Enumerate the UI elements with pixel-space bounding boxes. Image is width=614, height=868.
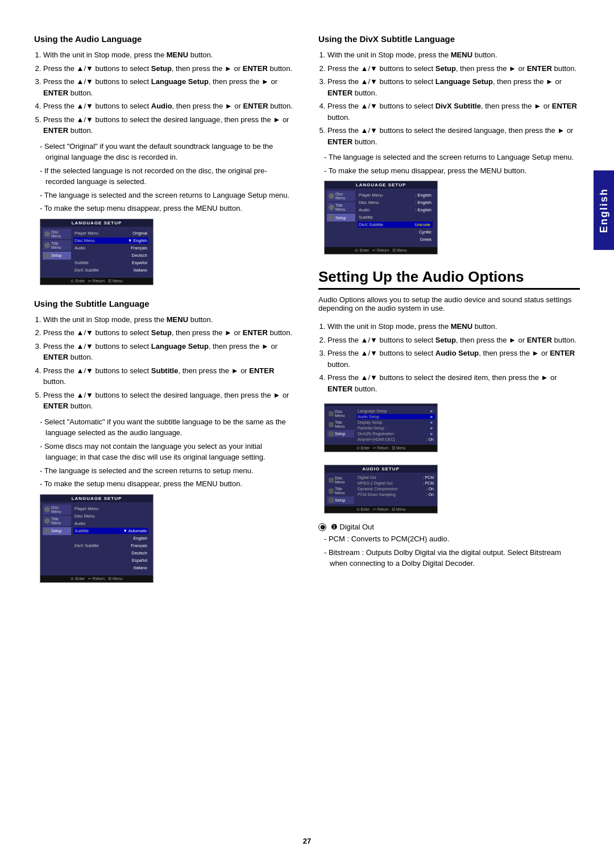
footer-enter: ⊙ Enter [356, 507, 370, 512]
sidebar-setup: Setup [43, 252, 71, 260]
sidebar-label: Title Menu [51, 517, 69, 525]
screen-sidebar: Disc Menu Title Menu Setup [43, 229, 71, 276]
screen-body: Disc Menu Title Menu Setup Player Menu D… [40, 502, 153, 575]
list-item: Bitstream : Outputs Dolby Digital via th… [324, 547, 580, 569]
sidebar-icon [329, 478, 334, 483]
row-value: Español [132, 558, 147, 563]
page: English Using the Audio Language With th… [0, 0, 614, 868]
screen-body: Disc Menu Title Menu Setup Player MenuOr… [40, 227, 153, 278]
row-label: Disc Menu [74, 514, 94, 519]
audio-language-screen: LANGUAGE SETUP Disc Menu Title Menu Setu… [40, 219, 154, 285]
bold-text: ENTER [243, 102, 268, 110]
audio-language-notes: Select "Original" if you want the defaul… [34, 141, 296, 214]
bold-text: ENTER [43, 402, 68, 410]
screen-row-highlighted: Disc Menu▼ English [73, 237, 148, 244]
screen-row: Anynet+(HDMI-CEC): On [356, 437, 435, 442]
sidebar-label: Setup [335, 216, 346, 220]
row-label: Anynet+(HDMI-CEC) [358, 437, 395, 441]
list-item: Press the ▲/▼ buttons to select Subtitle… [43, 365, 296, 387]
title-icon [329, 205, 334, 210]
subtitle-language-notes: Select "Automatic" if you want the subti… [34, 416, 296, 490]
list-item: With the unit in Stop mode, press the ME… [43, 49, 296, 61]
screen-footer: ⊙ Enter ↩ Return ☰ Menu [325, 445, 437, 452]
digital-out-label: ❶ ❶ Digital Out [318, 523, 580, 531]
screen-row: MPEG-2 Digital Out: PCM [356, 481, 435, 486]
screen-header: LANGUAGE SETUP [325, 181, 437, 189]
list-item: Press the ▲/▼ buttons to select Audio, t… [43, 101, 296, 112]
list-item: If the selected language is not recorded… [40, 165, 296, 187]
screen-body: Disc Menu Title Menu Setup Language Setu… [325, 406, 437, 445]
list-item: Press the ▲/▼ buttons to select Setup, t… [43, 327, 296, 339]
row-label: Player Menu [74, 506, 98, 511]
bold-text: ENTER [327, 385, 352, 393]
setup-icon [329, 215, 334, 220]
sidebar-item: Disc Menu [327, 475, 354, 485]
row-value: : On [426, 487, 434, 491]
bold-text: ENTER [43, 89, 68, 97]
screen-row: Cyrillic [358, 229, 433, 235]
list-item: Press the ▲/▼ buttons to select Setup, t… [327, 335, 580, 346]
audio-setup-screens: Disc Menu Title Menu Setup Language Setu… [318, 399, 580, 518]
row-value: ► [430, 426, 434, 430]
row-label: Dynamic Compression [358, 487, 397, 491]
sidebar-disc-menu: Disc Menu [327, 191, 355, 201]
bold-text: MENU [451, 51, 472, 59]
list-item: With the unit in Stop mode, press the ME… [327, 49, 580, 61]
screen-row: Language Setup► [356, 408, 435, 414]
sidebar-label: Disc Menu [51, 230, 69, 238]
row-label: DivX Subtitle [74, 268, 99, 273]
screen-row: Disc Menu: English [358, 199, 433, 206]
list-item: Select "Original" if you want the defaul… [40, 141, 296, 163]
row-label: Disc Menu [359, 200, 379, 205]
disc-icon [329, 193, 334, 199]
bold-text: Setup [435, 336, 456, 344]
bold-text: Subtitle [151, 366, 179, 375]
row-value: ► [430, 409, 434, 413]
row-value: : On [426, 437, 434, 441]
screen-row: English [73, 535, 148, 541]
row-label: Audio [359, 207, 370, 212]
row-value: Italiano [134, 268, 147, 273]
screen-main: Player MenuOriginal Disc Menu▼ English A… [71, 229, 151, 276]
screen-main: Digital Out: PCM MPEG-2 Digital Out: PCM… [356, 475, 435, 504]
list-item: Press the ▲/▼ buttons to select the desi… [43, 114, 296, 136]
sidebar-disc-menu: Disc Menu [43, 504, 71, 515]
row-label: DivX Subtitle [359, 222, 383, 227]
bold-text: ENTER [327, 89, 352, 97]
left-column: Using the Audio Language With the unit i… [34, 34, 296, 596]
screen-footer: ⊙ Enter ↩ Return ☰ Menu [325, 247, 437, 254]
list-item: The language is selected and the screen … [40, 465, 296, 477]
bold-text: ENTER [527, 64, 552, 73]
screen-sidebar: Disc Menu Title Menu Setup [43, 504, 71, 573]
audio-language-section: Using the Audio Language With the unit i… [34, 34, 296, 285]
screen-sidebar: Disc Menu Title Menu Setup [327, 475, 354, 504]
screen-body: Disc Menu Title Menu Setup Digital Out: … [325, 473, 437, 506]
screen-row: Subtitle [358, 214, 433, 220]
screen-row: Player MenuOriginal [73, 230, 148, 236]
sidebar-title-menu: Title Menu [43, 516, 71, 526]
row-value: : English [415, 193, 432, 198]
row-label: Audio [74, 245, 85, 251]
screen-row-selected: Audio Setup► [356, 414, 435, 419]
bold-text: Audio [151, 102, 172, 110]
screen-row: Player Menu: English [358, 192, 433, 198]
footer-enter: ⊙ Enter [70, 279, 85, 283]
screen-header: LANGUAGE SETUP [40, 219, 153, 227]
list-item: The language is selected and the screen … [40, 190, 296, 201]
footer-return: ↩ Return [88, 279, 105, 283]
screen-row: Display Setup► [356, 420, 435, 425]
sidebar-item: Setup [327, 496, 354, 504]
divx-language-screen: LANGUAGE SETUP Disc Menu Title Menu Setu… [324, 181, 438, 254]
screen-row: DivX SubtitleItaliano [73, 267, 148, 273]
bold-text: ENTER [327, 137, 352, 146]
row-value: Cyrillic [419, 229, 432, 235]
footer-menu: ☰ Menu [392, 248, 406, 253]
row-label: DivX Subtitle [74, 543, 99, 548]
sidebar-label: Setup [335, 432, 345, 436]
row-label: Language Setup [358, 409, 387, 413]
screen-main: Language Setup► Audio Setup► Display Set… [356, 408, 435, 443]
list-item: Press the ▲/▼ buttons to select Audio Se… [327, 348, 580, 370]
footer-menu: ☰ Menu [108, 279, 122, 283]
list-item: Press the ▲/▼ buttons to select Language… [43, 341, 296, 363]
sidebar-item: Setup [327, 430, 354, 437]
